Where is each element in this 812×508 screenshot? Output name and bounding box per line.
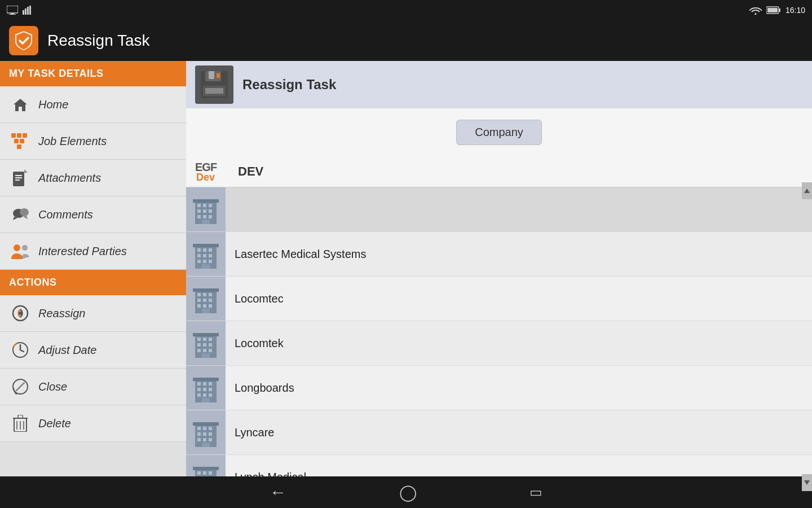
logo-icon: [13, 30, 34, 51]
svg-rect-56: [209, 215, 212, 218]
svg-rect-103: [203, 393, 206, 397]
svg-rect-84: [197, 338, 201, 341]
sidebar-item-job-elements[interactable]: Job Elements: [0, 123, 186, 160]
svg-rect-108: [197, 427, 201, 430]
list-item[interactable]: Locomtek: [186, 321, 812, 366]
svg-rect-68: [209, 260, 212, 263]
app-title: Reassign Task: [47, 32, 150, 50]
sidebar-comments-label: Comments: [38, 208, 93, 221]
svg-rect-61: [203, 248, 206, 252]
svg-rect-48: [197, 204, 201, 207]
svg-point-28: [19, 312, 22, 315]
svg-rect-42: [217, 73, 220, 78]
sidebar-item-attachments[interactable]: Attachments: [0, 160, 186, 196]
svg-rect-86: [209, 338, 212, 341]
svg-rect-88: [203, 343, 206, 347]
sidebar-item-home[interactable]: Home: [0, 86, 186, 123]
company-button-row: Company: [186, 108, 812, 156]
main-layout: MY TASK DETAILS Home: [0, 61, 812, 491]
svg-rect-11: [17, 133, 21, 138]
home-icon: [11, 95, 29, 113]
svg-rect-95: [193, 378, 219, 381]
svg-rect-1: [11, 13, 14, 14]
svg-rect-121: [203, 471, 206, 475]
home-button[interactable]: ◯: [399, 483, 417, 502]
svg-rect-73: [203, 293, 206, 296]
svg-marker-17: [24, 169, 28, 173]
sidebar-interested-parties-label: Interested Parties: [38, 245, 127, 258]
svg-rect-107: [193, 422, 219, 426]
bottom-nav-bar: ← ◯ ▭: [0, 476, 812, 508]
sidebar: MY TASK DETAILS Home: [0, 61, 186, 491]
svg-rect-119: [193, 467, 219, 470]
save-icon: [195, 65, 233, 104]
company-name: Locomtec: [235, 292, 284, 305]
dev-header-row: EGF Dev DEV: [186, 156, 812, 182]
svg-rect-65: [209, 254, 212, 257]
svg-marker-44: [804, 189, 810, 193]
svg-rect-89: [209, 343, 212, 347]
svg-rect-74: [209, 293, 212, 296]
comments-icon: [11, 205, 29, 224]
svg-rect-72: [197, 293, 201, 296]
svg-rect-4: [25, 8, 27, 15]
battery-icon: [766, 6, 781, 14]
adjust-date-icon: [11, 341, 29, 359]
svg-rect-110: [209, 427, 212, 430]
svg-rect-51: [197, 209, 201, 213]
svg-rect-71: [193, 288, 219, 292]
company-name: Lasertec Medical Systems: [235, 248, 366, 261]
svg-rect-20: [15, 179, 20, 181]
sidebar-close-label: Close: [38, 380, 67, 393]
svg-rect-113: [209, 432, 212, 436]
back-button[interactable]: ←: [270, 483, 286, 502]
sidebar-item-adjust-date[interactable]: Adjust Date: [0, 332, 186, 369]
list-item[interactable]: Longboards: [186, 366, 812, 410]
svg-rect-6: [29, 6, 31, 15]
sidebar-item-comments[interactable]: Comments: [0, 196, 186, 233]
svg-point-25: [14, 244, 20, 251]
sidebar-item-close[interactable]: Close: [0, 369, 186, 405]
svg-rect-77: [209, 299, 212, 302]
svg-point-23: [20, 208, 29, 216]
sidebar-item-reassign[interactable]: Reassign: [0, 295, 186, 332]
actions-header: ACTIONS: [0, 270, 186, 295]
sidebar-item-interested-parties[interactable]: Interested Parties: [0, 233, 186, 270]
svg-rect-76: [203, 299, 206, 302]
scroll-arrow-up[interactable]: [802, 182, 812, 199]
svg-rect-69: [202, 264, 210, 269]
building-icon: [193, 329, 219, 358]
svg-rect-62: [209, 248, 212, 252]
building-icon: [193, 373, 219, 402]
list-item[interactable]: Lasertec Medical Systems: [186, 232, 812, 277]
svg-marker-45: [804, 480, 810, 485]
svg-rect-104: [209, 393, 212, 397]
sidebar-item-delete[interactable]: Delete: [0, 405, 186, 442]
svg-rect-66: [197, 260, 201, 263]
svg-rect-96: [197, 382, 201, 386]
svg-rect-52: [203, 209, 206, 213]
scroll-arrow-down[interactable]: [802, 474, 812, 491]
svg-rect-47: [193, 199, 219, 203]
wifi-icon: [749, 6, 762, 15]
svg-rect-112: [203, 432, 206, 436]
recent-apps-button[interactable]: ▭: [529, 484, 542, 500]
time-display: 16:10: [785, 6, 805, 15]
sidebar-home-label: Home: [38, 98, 68, 111]
list-item[interactable]: Lyncare: [186, 410, 812, 455]
company-name: Lyncare: [235, 426, 274, 439]
svg-rect-63: [197, 254, 201, 257]
sidebar-job-elements-label: Job Elements: [38, 135, 107, 148]
svg-rect-114: [197, 438, 201, 441]
svg-rect-87: [197, 343, 201, 347]
svg-rect-16: [13, 172, 24, 186]
svg-rect-50: [209, 204, 212, 207]
svg-rect-49: [203, 204, 206, 207]
list-item[interactable]: [186, 187, 812, 232]
building-icon: [193, 418, 219, 447]
list-item[interactable]: Locomtec: [186, 277, 812, 321]
company-button[interactable]: Company: [456, 120, 542, 145]
svg-rect-100: [203, 388, 206, 391]
building-icon: [193, 239, 219, 269]
svg-rect-105: [202, 398, 210, 402]
